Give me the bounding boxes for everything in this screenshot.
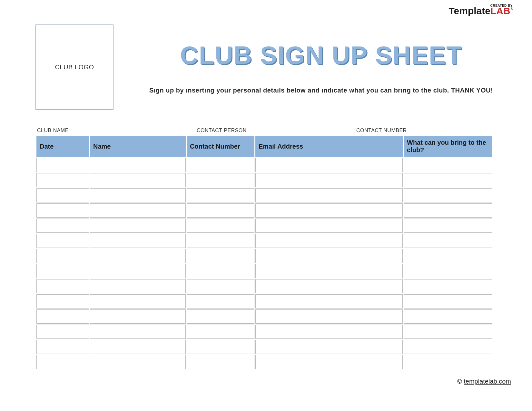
table-cell[interactable]	[187, 325, 254, 339]
table-cell[interactable]	[90, 173, 186, 187]
table-row	[36, 309, 492, 324]
table-cell[interactable]	[187, 173, 254, 187]
table-cell[interactable]	[255, 219, 403, 233]
table-cell[interactable]	[187, 219, 254, 233]
table-row	[36, 188, 492, 202]
col-header-date: Date	[36, 136, 89, 157]
page-title: CLUB SIGN UP SHEET	[130, 41, 513, 70]
table-row	[36, 355, 492, 369]
table-cell[interactable]	[255, 188, 403, 202]
table-row	[36, 294, 492, 308]
field-label-contact-number: CONTACT NUMBER	[356, 128, 503, 133]
table-cell[interactable]	[187, 340, 254, 354]
table-cell[interactable]	[36, 158, 89, 172]
brand-wordmark: TemplateLAB®	[448, 6, 513, 16]
table-cell[interactable]	[90, 219, 186, 233]
table-cell[interactable]	[404, 279, 492, 293]
table-cell[interactable]	[90, 325, 186, 339]
table-cell[interactable]	[90, 340, 186, 354]
table-cell[interactable]	[255, 355, 403, 369]
table-row	[36, 340, 492, 354]
table-cell[interactable]	[404, 234, 492, 248]
table-cell[interactable]	[255, 309, 403, 324]
table-cell[interactable]	[404, 340, 492, 354]
table-cell[interactable]	[255, 340, 403, 354]
table-cell[interactable]	[187, 294, 254, 308]
signup-table-wrap: Date Name Contact Number Email Address W…	[35, 135, 489, 370]
blank-line: ________________________________________…	[37, 122, 184, 127]
table-cell[interactable]	[255, 234, 403, 248]
table-cell[interactable]	[404, 294, 492, 308]
table-cell[interactable]	[90, 234, 186, 248]
footer-link[interactable]: templatelab.com	[464, 378, 511, 385]
table-cell[interactable]	[36, 249, 89, 263]
table-body	[36, 158, 492, 369]
table-cell[interactable]	[255, 264, 403, 278]
table-cell[interactable]	[90, 158, 186, 172]
table-cell[interactable]	[36, 294, 89, 308]
table-cell[interactable]	[404, 158, 492, 172]
table-cell[interactable]	[187, 355, 254, 369]
table-cell[interactable]	[36, 355, 89, 369]
table-cell[interactable]	[36, 325, 89, 339]
table-cell[interactable]	[187, 203, 254, 218]
table-cell[interactable]	[255, 279, 403, 293]
table-cell[interactable]	[404, 219, 492, 233]
table-cell[interactable]	[187, 234, 254, 248]
table-cell[interactable]	[187, 309, 254, 324]
table-cell[interactable]	[404, 188, 492, 202]
table-cell[interactable]	[36, 340, 89, 354]
col-header-contact-number: Contact Number	[187, 136, 254, 157]
table-row	[36, 325, 492, 339]
table-cell[interactable]	[255, 294, 403, 308]
table-cell[interactable]	[90, 279, 186, 293]
col-header-name: Name	[90, 136, 186, 157]
table-cell[interactable]	[36, 173, 89, 187]
table-cell[interactable]	[187, 249, 254, 263]
table-cell[interactable]	[187, 264, 254, 278]
signup-table: Date Name Contact Number Email Address W…	[35, 135, 493, 370]
table-cell[interactable]	[255, 325, 403, 339]
table-cell[interactable]	[404, 325, 492, 339]
field-contact-person[interactable]: ________________________________________…	[197, 122, 343, 133]
table-cell[interactable]	[90, 294, 186, 308]
table-cell[interactable]	[404, 249, 492, 263]
table-cell[interactable]	[36, 264, 89, 278]
table-cell[interactable]	[187, 158, 254, 172]
table-cell[interactable]	[90, 264, 186, 278]
header-row: CLUB LOGO CLUB SIGN UP SHEET Sign up by …	[35, 24, 513, 110]
table-cell[interactable]	[90, 249, 186, 263]
table-cell[interactable]	[187, 188, 254, 202]
table-cell[interactable]	[90, 188, 186, 202]
field-contact-number[interactable]: ________________________________________…	[356, 122, 503, 133]
footer: © templatelab.com	[457, 378, 511, 385]
table-cell[interactable]	[36, 234, 89, 248]
table-cell[interactable]	[90, 309, 186, 324]
table-cell[interactable]	[90, 203, 186, 218]
table-cell[interactable]	[404, 355, 492, 369]
table-cell[interactable]	[255, 173, 403, 187]
table-cell[interactable]	[404, 173, 492, 187]
table-cell[interactable]	[404, 203, 492, 218]
table-cell[interactable]	[36, 219, 89, 233]
field-club-name[interactable]: ________________________________________…	[37, 122, 184, 133]
table-cell[interactable]	[187, 279, 254, 293]
club-logo-placeholder[interactable]: CLUB LOGO	[35, 24, 113, 110]
table-cell[interactable]	[255, 203, 403, 218]
title-block: CLUB SIGN UP SHEET Sign up by inserting …	[130, 24, 513, 94]
col-header-bring: What can you bring to the club?	[404, 136, 492, 157]
table-row	[36, 158, 492, 172]
table-cell[interactable]	[404, 264, 492, 278]
field-label-club-name: CLUB NAME	[37, 128, 184, 133]
brand-logo: CREATED BY TemplateLAB®	[448, 4, 513, 16]
table-cell[interactable]	[36, 279, 89, 293]
copyright-symbol: ©	[457, 378, 462, 385]
col-header-email: Email Address	[255, 136, 403, 157]
table-cell[interactable]	[255, 249, 403, 263]
table-cell[interactable]	[404, 309, 492, 324]
table-cell[interactable]	[36, 309, 89, 324]
table-cell[interactable]	[36, 203, 89, 218]
table-cell[interactable]	[90, 355, 186, 369]
table-cell[interactable]	[36, 188, 89, 202]
table-cell[interactable]	[255, 158, 403, 172]
